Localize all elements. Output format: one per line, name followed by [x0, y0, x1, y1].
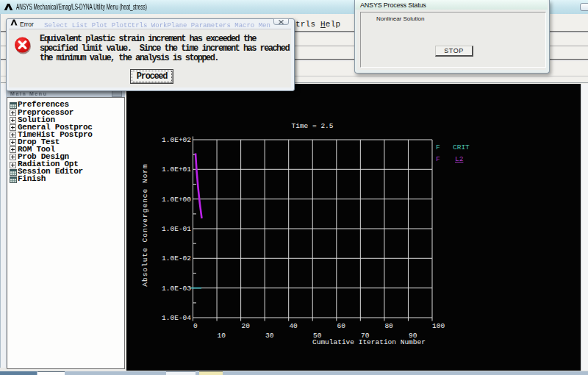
svg-text:Time = 2.5: Time = 2.5	[291, 122, 333, 130]
svg-text:1.0E-03: 1.0E-03	[162, 285, 191, 293]
svg-text:30: 30	[265, 332, 274, 340]
svg-text:0: 0	[193, 322, 198, 330]
svg-text:1.0E-04: 1.0E-04	[162, 314, 191, 322]
svg-text:F: F	[436, 143, 440, 151]
svg-text:1.0E+01: 1.0E+01	[162, 165, 191, 174]
svg-text:20: 20	[242, 322, 251, 330]
svg-text:F: F	[436, 155, 440, 163]
svg-text:L2: L2	[455, 155, 464, 163]
svg-text:1.0E+02: 1.0E+02	[162, 136, 191, 144]
svg-text:40: 40	[289, 322, 298, 330]
svg-text:10: 10	[218, 332, 226, 340]
svg-text:1.0E+00: 1.0E+00	[162, 196, 191, 204]
svg-text:80: 80	[384, 322, 393, 330]
svg-text:Absolute Convergence Norm: Absolute Convergence Norm	[141, 163, 149, 287]
svg-text:Cumulative Iteration Number: Cumulative Iteration Number	[312, 338, 426, 346]
svg-text:1.0E-01: 1.0E-01	[162, 225, 191, 233]
svg-text:CRIT: CRIT	[453, 143, 470, 151]
svg-text:100: 100	[432, 322, 445, 330]
svg-text:60: 60	[337, 322, 346, 330]
svg-text:1.0E-02: 1.0E-02	[162, 254, 191, 262]
